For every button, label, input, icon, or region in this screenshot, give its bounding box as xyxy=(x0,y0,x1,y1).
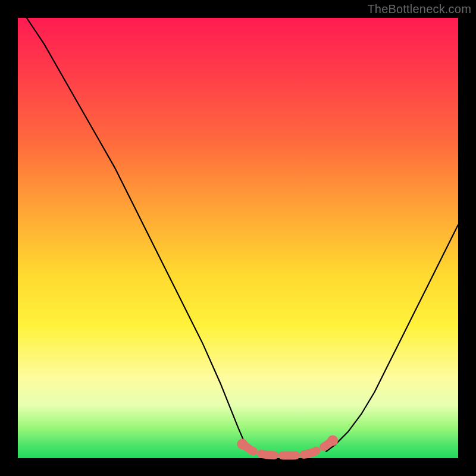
watermark-text: TheBottleneck.com xyxy=(367,2,471,16)
series-curve-left xyxy=(27,18,249,452)
plot-svg xyxy=(18,18,458,458)
series-curve-right xyxy=(326,225,458,452)
svg-point-0 xyxy=(237,439,248,449)
plot-area xyxy=(18,18,458,458)
series-flat-segment xyxy=(237,435,338,455)
chart-frame: TheBottleneck.com xyxy=(0,0,476,476)
svg-point-1 xyxy=(327,435,338,446)
